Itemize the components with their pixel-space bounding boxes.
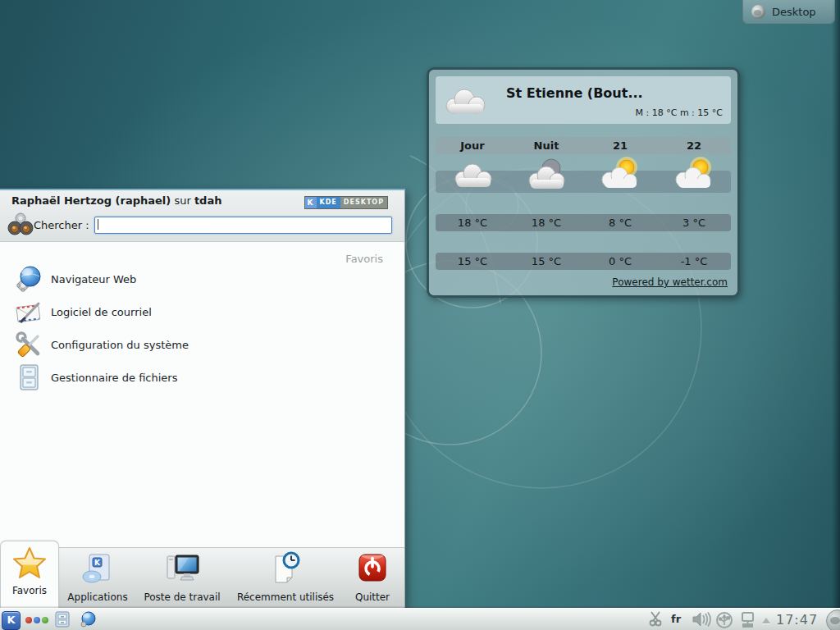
menu-item-system-settings[interactable]: Configuration du système: [0, 328, 394, 361]
weather-column-headers: Jour Nuit 21 22: [436, 137, 731, 154]
screen-edge-shade: [832, 0, 840, 630]
tab-label: Favoris: [1, 585, 58, 596]
day-temp: 8 °C: [583, 214, 657, 231]
kmenu-launcher-button[interactable]: K: [2, 611, 21, 630]
sun-cloud-icon: [583, 157, 657, 194]
weather-header: St Etienne (Bout... M : 18 °C m : 15 °C: [436, 76, 731, 124]
blue-dot-icon[interactable]: [34, 617, 40, 623]
star-icon: [11, 545, 48, 581]
software-box-icon: K: [80, 551, 116, 587]
day-temp: 3 °C: [657, 214, 731, 231]
scissors-icon[interactable]: [648, 611, 664, 628]
sun-cloud-icon: [657, 157, 731, 194]
crossed-tools-icon: [15, 331, 43, 358]
weather-high-low: M : 18 °C m : 15 °C: [636, 107, 723, 118]
globe-browser-icon[interactable]: [80, 611, 96, 628]
tab-recemment-utilises[interactable]: Récemment utilisés: [231, 548, 340, 608]
menu-item-file-manager[interactable]: Gestionnaire de fichiers: [0, 361, 394, 394]
cloudy-icon: [436, 157, 509, 194]
cloudy-night-icon: [509, 157, 583, 194]
speaker-icon[interactable]: [692, 611, 711, 628]
tab-label: Poste de travail: [138, 591, 226, 603]
svg-text:K: K: [94, 559, 101, 567]
search-input[interactable]: [94, 217, 392, 234]
weather-credit-link[interactable]: Powered by wetter.com: [612, 276, 728, 288]
kickoff-tab-bar: Favoris K Applications Poste de t: [0, 547, 404, 608]
clock[interactable]: 17:47: [776, 612, 818, 628]
tab-favoris[interactable]: Favoris: [0, 541, 59, 608]
red-dot-icon[interactable]: [25, 617, 32, 623]
tab-quitter[interactable]: Quitter: [343, 548, 402, 608]
power-icon: [354, 551, 390, 587]
weather-col-nuit: Nuit: [509, 137, 583, 154]
bottom-panel: K fr: [0, 608, 840, 630]
mail-icon: [15, 298, 43, 326]
search-label: Chercher :: [34, 219, 89, 231]
desktop-toolbox-button[interactable]: Desktop: [742, 0, 835, 24]
desktop-toolbox-label: Desktop: [772, 6, 816, 18]
kde-logo-icon: K: [305, 197, 317, 208]
file-cabinet-icon: [15, 363, 43, 391]
night-temp: 15 °C: [436, 253, 509, 270]
night-temp: -1 °C: [657, 253, 731, 270]
green-dot-icon[interactable]: [42, 617, 48, 623]
menu-item-web-browser[interactable]: Navigateur Web: [0, 262, 394, 295]
kickoff-launcher: Raphaël Hertzog (raphael) sur tdah K KDE…: [0, 189, 405, 608]
tab-poste-de-travail[interactable]: Poste de travail: [138, 548, 226, 608]
tab-applications[interactable]: K Applications: [61, 548, 135, 608]
computer-icon: [164, 551, 200, 587]
keyboard-layout-indicator[interactable]: fr: [671, 613, 681, 625]
tab-label: Récemment utilisés: [231, 591, 340, 603]
weather-col-22: 22: [657, 137, 731, 154]
kickoff-user-line: Raphaël Hertzog (raphael) sur tdah: [11, 194, 221, 207]
weather-day-temps: 18 °C 18 °C 8 °C 3 °C: [436, 214, 731, 231]
web-browser-icon: [15, 265, 43, 293]
recent-clock-document-icon: [267, 551, 304, 587]
binoculars-search-icon: [7, 212, 34, 238]
menu-item-label: Gestionnaire de fichiers: [51, 372, 177, 384]
network-monitor-icon[interactable]: [739, 611, 757, 629]
night-temp: 0 °C: [583, 253, 657, 270]
file-drawer-icon[interactable]: [54, 611, 71, 628]
badge-kde-label: KDE: [317, 197, 340, 208]
weather-col-21: 21: [583, 137, 657, 154]
menu-item-mail-client[interactable]: Logiciel de courriel: [0, 295, 394, 328]
panel-cashew-icon[interactable]: [826, 609, 840, 630]
weather-night-temps: 15 °C 15 °C 0 °C -1 °C: [436, 253, 731, 270]
tab-label: Applications: [61, 591, 135, 603]
host-name: tdah: [194, 194, 222, 207]
weather-condition-icons: [436, 157, 731, 194]
menu-item-label: Navigateur Web: [51, 273, 136, 285]
badge-desktop-label: DESKTOP: [340, 197, 387, 208]
menu-item-label: Logiciel de courriel: [51, 306, 152, 318]
weather-location-title: St Etienne (Bout...: [506, 85, 643, 101]
usb-device-icon[interactable]: [715, 611, 733, 629]
cashew-icon: [751, 5, 765, 19]
expand-triangle-icon[interactable]: [762, 618, 770, 623]
night-temp: 15 °C: [509, 253, 583, 270]
day-temp: 18 °C: [509, 214, 583, 231]
cloudy-icon: [442, 86, 493, 117]
kde-desktop-badge: K KDE DESKTOP: [304, 196, 389, 209]
menu-item-label: Configuration du système: [51, 339, 189, 351]
kickoff-header: Raphaël Hertzog (raphael) sur tdah K KDE…: [0, 190, 404, 242]
weather-widget: St Etienne (Bout... M : 18 °C m : 15 °C …: [427, 67, 740, 298]
user-name: Raphaël Hertzog (raphael): [11, 194, 171, 207]
tab-label: Quitter: [343, 591, 402, 603]
weather-col-jour: Jour: [436, 137, 509, 154]
user-connector: sur: [174, 194, 194, 207]
day-temp: 18 °C: [436, 214, 509, 231]
